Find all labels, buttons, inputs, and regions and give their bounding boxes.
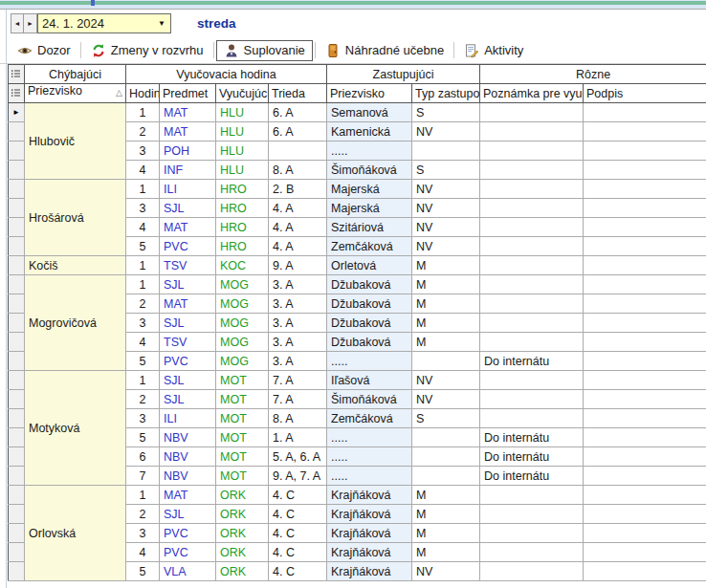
cell-typ[interactable] xyxy=(412,447,480,467)
missing-teacher-cell[interactable]: Orlovská xyxy=(25,486,126,581)
cell-zastupujuci[interactable]: Krajňáková xyxy=(327,524,412,543)
cell-trieda[interactable] xyxy=(269,142,327,161)
cell-trieda[interactable]: 4. C xyxy=(269,524,327,543)
cell-vyucujuci[interactable]: MOT xyxy=(216,390,269,409)
cell-vyucujuci[interactable]: MOG xyxy=(216,352,269,371)
cell-typ[interactable]: M xyxy=(412,486,480,505)
cell-hodina[interactable]: 5 xyxy=(126,352,160,371)
column-header-podpis[interactable]: Podpis xyxy=(584,84,706,103)
missing-teacher-cell[interactable]: Motyková xyxy=(25,371,126,486)
cell-zastupujuci[interactable]: Krajňáková xyxy=(327,505,412,524)
cell-podpis[interactable] xyxy=(584,447,706,467)
cell-podpis[interactable] xyxy=(584,486,706,505)
cell-trieda[interactable]: 9. A xyxy=(269,256,327,275)
cell-podpis[interactable] xyxy=(584,122,706,142)
missing-teacher-cell[interactable]: Hrošárová xyxy=(25,180,126,256)
cell-vyucujuci[interactable]: HRO xyxy=(216,199,269,218)
next-day-button[interactable]: ► xyxy=(24,13,37,33)
cell-vyucujuci[interactable]: HRO xyxy=(216,218,269,237)
cell-typ[interactable]: M xyxy=(412,524,480,543)
cell-vyucujuci[interactable]: HRO xyxy=(216,180,269,199)
column-header-typ-zastupovania[interactable]: Typ zastupov xyxy=(412,84,480,103)
cell-vyucujuci[interactable]: HLU xyxy=(216,161,269,180)
cell-zastupujuci[interactable]: Krajňáková xyxy=(327,543,412,562)
row-selector[interactable] xyxy=(9,218,25,237)
cell-poznamka[interactable] xyxy=(480,371,584,390)
cell-vyucujuci[interactable]: ORK xyxy=(216,524,269,543)
cell-typ[interactable]: NV xyxy=(412,390,480,409)
cell-poznamka[interactable] xyxy=(480,543,584,562)
cell-predmet[interactable]: NBV xyxy=(160,428,216,447)
cell-zastupujuci[interactable]: Kamenická xyxy=(327,122,412,142)
cell-predmet[interactable]: SJL xyxy=(160,275,216,294)
cell-hodina[interactable]: 2 xyxy=(126,122,160,142)
cell-zastupujuci[interactable]: ..... xyxy=(327,428,412,447)
cell-poznamka[interactable] xyxy=(480,409,584,428)
cell-predmet[interactable]: SJL xyxy=(160,371,216,390)
cell-typ[interactable]: M xyxy=(412,275,480,294)
cell-zastupujuci[interactable]: ..... xyxy=(327,142,412,161)
column-header-priezvisko-chybajuci[interactable]: Priezvisko△ xyxy=(25,84,126,103)
cell-predmet[interactable]: MAT xyxy=(160,218,216,237)
cell-zastupujuci[interactable]: Džubaková xyxy=(327,294,412,314)
row-selector[interactable] xyxy=(9,428,25,447)
cell-vyucujuci[interactable]: MOT xyxy=(216,428,269,447)
cell-podpis[interactable] xyxy=(584,562,706,581)
cell-hodina[interactable]: 5 xyxy=(126,237,160,256)
cell-typ[interactable]: NV xyxy=(412,371,480,390)
row-selector[interactable] xyxy=(9,543,25,562)
cell-typ[interactable]: NV xyxy=(412,218,480,237)
cell-poznamka[interactable] xyxy=(480,103,584,122)
cell-trieda[interactable]: 8. A xyxy=(269,409,327,428)
cell-zastupujuci[interactable]: Džubaková xyxy=(327,314,412,333)
cell-predmet[interactable]: PVC xyxy=(160,352,216,371)
cell-hodina[interactable]: 1 xyxy=(126,275,160,294)
cell-podpis[interactable] xyxy=(584,256,706,275)
cell-predmet[interactable]: MAT xyxy=(160,486,216,505)
cell-hodina[interactable]: 1 xyxy=(126,371,160,390)
tab-dozor[interactable]: Dozor xyxy=(10,40,78,61)
cell-zastupujuci[interactable]: Szitáriová xyxy=(327,218,412,237)
cell-poznamka[interactable] xyxy=(480,390,584,409)
cell-podpis[interactable] xyxy=(584,371,706,390)
cell-hodina[interactable]: 3 xyxy=(126,314,160,333)
cell-trieda[interactable]: 4. C xyxy=(269,505,327,524)
row-selector[interactable] xyxy=(9,467,25,486)
tab-zmeny-v-rozvrhu[interactable]: Zmeny v rozvrhu xyxy=(83,40,211,61)
column-header-hodina[interactable]: Hodina xyxy=(126,84,160,103)
cell-trieda[interactable]: 1. A xyxy=(269,428,327,447)
cell-poznamka[interactable] xyxy=(480,237,584,256)
cell-typ[interactable]: M xyxy=(412,333,480,352)
cell-typ[interactable]: S xyxy=(412,161,480,180)
cell-poznamka[interactable]: Do internátu xyxy=(480,467,584,486)
cell-predmet[interactable]: MAT xyxy=(160,103,216,122)
cell-zastupujuci[interactable]: Orletová xyxy=(327,256,412,275)
cell-typ[interactable] xyxy=(412,467,480,486)
cell-vyucujuci[interactable]: MOT xyxy=(216,409,269,428)
cell-typ[interactable]: NV xyxy=(412,122,480,142)
missing-teacher-cell[interactable]: Mogrovičová xyxy=(25,275,126,371)
row-selector[interactable] xyxy=(9,371,25,390)
tab-aktivity[interactable]: Aktivity xyxy=(456,40,531,61)
cell-typ[interactable]: M xyxy=(412,294,480,314)
cell-podpis[interactable] xyxy=(584,142,706,161)
row-selector[interactable] xyxy=(9,237,25,256)
cell-predmet[interactable]: ILI xyxy=(160,409,216,428)
cell-trieda[interactable]: 4. A xyxy=(269,199,327,218)
row-selector[interactable] xyxy=(9,409,25,428)
cell-poznamka[interactable] xyxy=(480,294,584,314)
cell-hodina[interactable]: 2 xyxy=(126,390,160,409)
cell-vyucujuci[interactable]: ORK xyxy=(216,543,269,562)
cell-hodina[interactable]: 1 xyxy=(126,180,160,199)
cell-podpis[interactable] xyxy=(584,275,706,294)
cell-vyucujuci[interactable]: HLU xyxy=(216,142,269,161)
cell-poznamka[interactable] xyxy=(480,275,584,294)
row-selector[interactable] xyxy=(9,524,25,543)
grid-menu-icon[interactable] xyxy=(9,65,25,84)
cell-podpis[interactable] xyxy=(584,428,706,447)
cell-typ[interactable]: M xyxy=(412,256,480,275)
tab-nahradne-ucebne[interactable]: Náhradné učebne xyxy=(318,40,452,61)
cell-vyucujuci[interactable]: HLU xyxy=(216,103,269,122)
cell-poznamka[interactable] xyxy=(480,505,584,524)
cell-trieda[interactable]: 3. A xyxy=(269,333,327,352)
